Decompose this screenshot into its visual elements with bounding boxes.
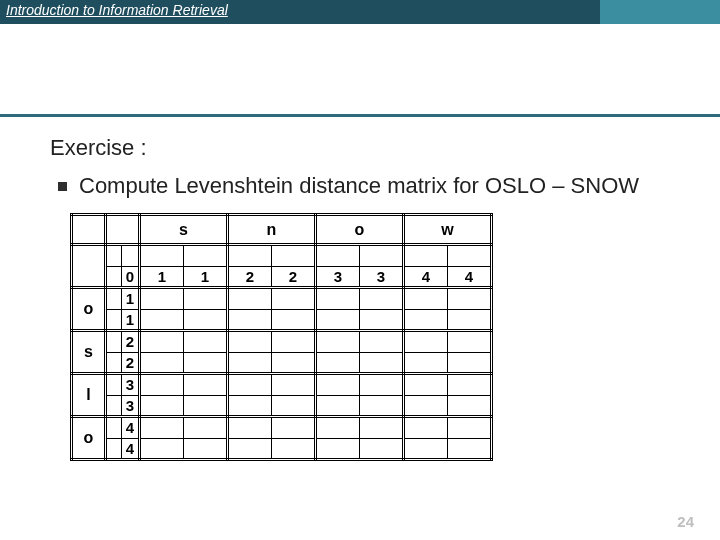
matrix-cell	[316, 288, 404, 331]
row-header: l	[72, 374, 106, 417]
matrix-row-3: l 33	[72, 374, 492, 417]
row-header: o	[72, 417, 106, 460]
header-bar: Introduction to Information Retrieval	[0, 0, 720, 24]
header-title: Introduction to Information Retrieval	[0, 0, 600, 24]
corner-cell-2	[106, 215, 140, 245]
matrix-cell: 33	[106, 374, 140, 417]
matrix-cell	[140, 288, 228, 331]
square-bullet-icon	[58, 182, 67, 191]
matrix-cell: 11	[106, 288, 140, 331]
matrix-header-row: s n o w	[72, 215, 492, 245]
header-accent	[600, 0, 720, 24]
matrix-cell	[316, 374, 404, 417]
matrix-cell	[228, 417, 316, 460]
matrix-cell	[140, 417, 228, 460]
matrix-cell: 22	[106, 331, 140, 374]
col-header: w	[404, 215, 492, 245]
matrix-cell: 0	[106, 245, 140, 288]
page-number: 24	[677, 513, 694, 530]
matrix-cell	[316, 417, 404, 460]
matrix-cell: 22	[228, 245, 316, 288]
matrix-row-4: o 44	[72, 417, 492, 460]
matrix-cell	[404, 331, 492, 374]
col-header: s	[140, 215, 228, 245]
bullet-line: Compute Levenshtein distance matrix for …	[50, 173, 670, 199]
matrix-cell: 44	[106, 417, 140, 460]
matrix-row-1: o 11	[72, 288, 492, 331]
matrix-row-0: 0 11 22 33 44	[72, 245, 492, 288]
content-area: Exercise : Compute Levenshtein distance …	[0, 117, 720, 461]
matrix-cell	[316, 331, 404, 374]
matrix-cell	[228, 374, 316, 417]
matrix-cell: 33	[316, 245, 404, 288]
matrix-row-2: s 22	[72, 331, 492, 374]
matrix-cell	[228, 288, 316, 331]
matrix-cell	[140, 331, 228, 374]
matrix-cell	[404, 417, 492, 460]
matrix-cell	[404, 374, 492, 417]
matrix-cell: 11	[140, 245, 228, 288]
row-header-blank	[72, 245, 106, 288]
matrix-table: s n o w 0 11 22 33 44 o 11	[70, 213, 493, 461]
col-header: o	[316, 215, 404, 245]
levenshtein-matrix: s n o w 0 11 22 33 44 o 11	[70, 213, 670, 461]
exercise-label: Exercise :	[50, 135, 670, 161]
corner-cell	[72, 215, 106, 245]
matrix-cell: 44	[404, 245, 492, 288]
row-header: o	[72, 288, 106, 331]
matrix-cell	[228, 331, 316, 374]
col-header: n	[228, 215, 316, 245]
matrix-cell	[140, 374, 228, 417]
exercise-text: Compute Levenshtein distance matrix for …	[79, 173, 639, 199]
matrix-cell	[404, 288, 492, 331]
row-header: s	[72, 331, 106, 374]
